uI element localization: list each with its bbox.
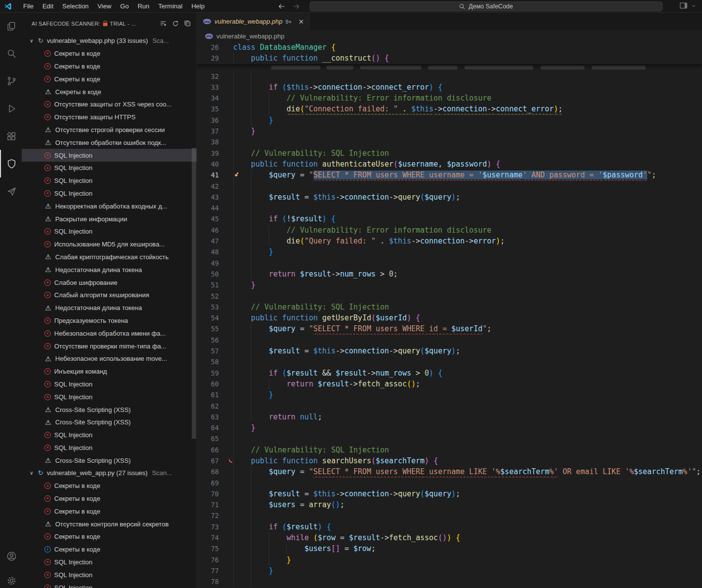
line-number[interactable]: 51: [197, 279, 219, 290]
issue-row[interactable]: ×Отсутствие проверки mime-типа фа...: [22, 340, 197, 352]
code-line-47[interactable]: 47die("Query failed: " . $this->connecti…: [197, 236, 702, 246]
gutter-mark-icon[interactable]: [229, 455, 232, 466]
code-line-36[interactable]: 36}: [197, 115, 702, 126]
code-line-35[interactable]: 35die("Connection failed: " . $this->con…: [197, 104, 702, 114]
line-number[interactable]: 71: [197, 499, 219, 510]
line-number[interactable]: 64: [197, 422, 219, 433]
code-line-77[interactable]: 77}: [197, 565, 702, 576]
issue-row[interactable]: ⚠Слабая криптографическая стойкость: [22, 251, 197, 264]
line-number[interactable]: 50: [197, 269, 219, 279]
file-row[interactable]: ∨↻vulnerable_web_app.py (27 issues)Scan.…: [22, 467, 197, 480]
issue-row[interactable]: ⚠Отсутствие строгой проверки сессии: [22, 124, 197, 137]
line-number[interactable]: 45: [197, 213, 219, 224]
issue-row[interactable]: ×SQL Injection: [22, 429, 197, 442]
code-line-34[interactable]: 34// Vulnerability: Error information di…: [197, 93, 702, 104]
line-number[interactable]: 52: [197, 291, 219, 302]
line-number[interactable]: 72: [197, 510, 219, 521]
issue-row[interactable]: ⚠Отсутствие контроля версий секретов: [22, 518, 197, 530]
code-line-44[interactable]: 44: [197, 203, 702, 213]
code-line-32[interactable]: 32: [197, 71, 702, 82]
line-number[interactable]: 37: [197, 126, 219, 137]
issue-row[interactable]: ×Слабый алгоритм хеширования: [22, 289, 197, 302]
line-number[interactable]: 54: [197, 312, 219, 323]
filter-icon[interactable]: [159, 20, 167, 28]
issue-row[interactable]: ×Небезопасная обработка имени фа...: [22, 327, 197, 340]
issue-row[interactable]: ×Секреты в коде: [22, 505, 197, 518]
line-number[interactable]: 75: [197, 543, 219, 554]
issue-row[interactable]: ⚠Некорректная обработка входных д...: [22, 200, 197, 212]
issue-row[interactable]: ×Использование MD5 для хеширова...: [22, 238, 197, 251]
code-line-67[interactable]: 67public function searchUsers($searchTer…: [197, 455, 702, 466]
line-number[interactable]: 49: [197, 258, 219, 269]
back-icon[interactable]: [276, 1, 287, 11]
code-line-73[interactable]: 73if ($result) {: [197, 521, 702, 532]
line-number[interactable]: 73: [197, 521, 219, 532]
issue-row[interactable]: ×SQL Injection: [22, 225, 197, 238]
line-number[interactable]: 67: [197, 455, 219, 466]
close-icon[interactable]: [298, 19, 304, 25]
code-line-29[interactable]: 29public function __construct() {: [197, 53, 702, 64]
issue-row[interactable]: ×Инъекция команд: [22, 365, 197, 378]
extensions-icon[interactable]: [0, 122, 22, 150]
line-number[interactable]: 58: [197, 356, 219, 367]
issue-row[interactable]: ×SQL Injection: [22, 556, 197, 569]
code-line-37[interactable]: 37}: [197, 126, 702, 137]
safecode-send-icon[interactable]: [0, 177, 22, 205]
code-line-26[interactable]: 26class DatabaseManager {: [197, 42, 702, 53]
menu-run[interactable]: Run: [133, 0, 154, 12]
source-control-icon[interactable]: [0, 67, 22, 95]
code-line-50[interactable]: 50return $result->num_rows > 0;: [197, 269, 702, 279]
menu-file[interactable]: File: [19, 0, 38, 12]
code-line-63[interactable]: 63return null;: [197, 412, 702, 422]
chevron-down-icon[interactable]: ∨: [29, 38, 35, 43]
code-line-48[interactable]: 48}: [197, 246, 702, 257]
file-row[interactable]: ∨↻vulnerable_webapp.php (33 issues)Sca..…: [22, 35, 197, 47]
issue-row[interactable]: ×Предсказуемость токена: [22, 314, 197, 327]
issue-row[interactable]: ×SQL Injection: [22, 174, 197, 187]
code-line-62[interactable]: 62: [197, 401, 702, 412]
code-line-49[interactable]: 49: [197, 258, 702, 269]
code-line-55[interactable]: 55$query = "SELECT * FROM users WHERE id…: [197, 323, 702, 334]
issue-row[interactable]: ⚠Cross-Site Scripting (XSS): [22, 403, 197, 416]
code-line-41[interactable]: 41$query = "SELECT * FROM users WHERE us…: [197, 170, 702, 180]
forward-icon[interactable]: [291, 1, 302, 11]
tab-vulnerable-webapp-php[interactable]: vulnerable_webapp.php 9+: [197, 13, 310, 30]
line-number[interactable]: 34: [197, 93, 219, 104]
line-number[interactable]: 44: [197, 203, 219, 213]
line-number[interactable]: 57: [197, 346, 219, 356]
code-line-68[interactable]: 68$query = "SELECT * FROM users WHERE us…: [197, 466, 702, 477]
code-line-58[interactable]: 58: [197, 356, 702, 367]
line-number[interactable]: 33: [197, 82, 219, 93]
code-line-69[interactable]: 69: [197, 478, 702, 488]
issue-row[interactable]: ⚠Секреты в коде: [22, 85, 197, 98]
safecode-shield-icon[interactable]: [0, 150, 22, 177]
ai-sparkle-icon[interactable]: [235, 170, 239, 180]
line-number[interactable]: 26: [197, 42, 219, 53]
line-number[interactable]: 36: [197, 115, 219, 126]
line-number[interactable]: 61: [197, 389, 219, 400]
menu-help[interactable]: Help: [187, 0, 209, 12]
line-number[interactable]: 63: [197, 412, 219, 422]
code-line-72[interactable]: 72: [197, 510, 702, 521]
issue-row[interactable]: ×Секреты в коде: [22, 47, 197, 60]
line-number[interactable]: 48: [197, 246, 219, 257]
line-number[interactable]: 70: [197, 488, 219, 499]
explorer-icon[interactable]: [0, 13, 22, 39]
line-number[interactable]: 41: [197, 170, 219, 180]
code-line-74[interactable]: 74while ($row = $result->fetch_assoc()) …: [197, 532, 702, 543]
issue-row[interactable]: ×SQL Injection: [22, 149, 197, 162]
code-line-64[interactable]: 64}: [197, 422, 702, 433]
line-number[interactable]: 66: [197, 445, 219, 455]
menu-view[interactable]: View: [93, 0, 116, 12]
issue-row[interactable]: ⚠Отсутствие обработки ошибок подк...: [22, 136, 197, 149]
menu-go[interactable]: Go: [116, 0, 133, 12]
line-number[interactable]: 42: [197, 181, 219, 192]
issue-row[interactable]: ⚠Cross-Site Scripting (XSS): [22, 454, 197, 467]
code-line-53[interactable]: 53// Vulnerability: SQL Injection: [197, 302, 702, 312]
line-number[interactable]: 29: [197, 53, 219, 64]
issue-row[interactable]: ×Секреты в коде: [22, 72, 197, 85]
line-number[interactable]: 78: [197, 576, 219, 587]
sidebar-scrollbar[interactable]: [192, 148, 196, 439]
menu-selection[interactable]: Selection: [58, 0, 93, 12]
account-icon[interactable]: [0, 544, 22, 568]
